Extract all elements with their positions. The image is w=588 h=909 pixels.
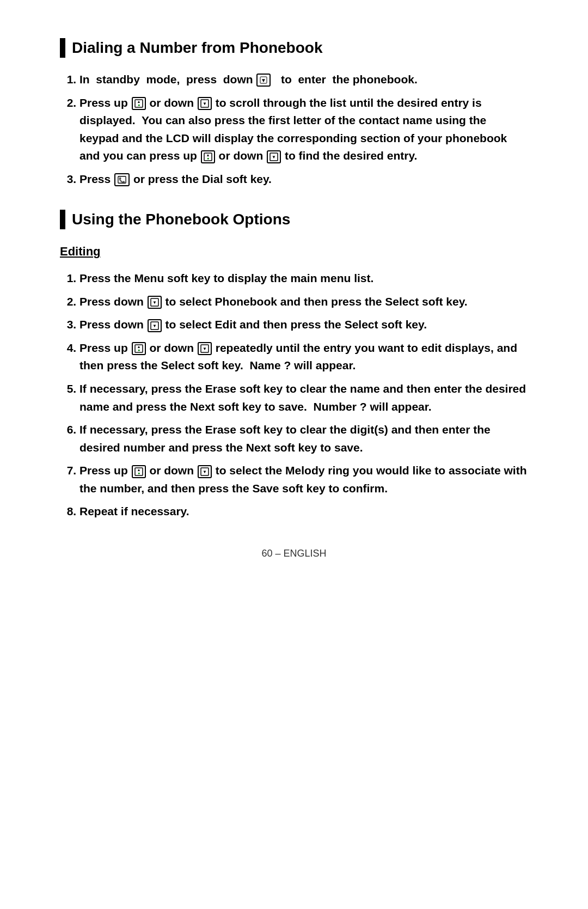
section2-title: Using the Phonebook Options — [60, 210, 528, 229]
list-item: Press down ▼ to select Phonebook and the… — [79, 293, 528, 311]
list-item: Press up ▲● or down ▼ repeatedly until t… — [79, 339, 528, 375]
section1-list: In standby mode, press down ▼ to enter t… — [60, 71, 528, 188]
phone-key-icon: 📞 — [114, 173, 130, 186]
list-item: If necessary, press the Erase soft key t… — [79, 380, 528, 416]
svg-text:▼: ▼ — [261, 77, 266, 83]
subsection-editing-title: Editing — [60, 245, 528, 259]
svg-text:▼: ▼ — [152, 300, 157, 305]
svg-text:📞: 📞 — [119, 176, 126, 184]
svg-text:●: ● — [137, 471, 139, 475]
svg-text:●: ● — [137, 103, 139, 107]
down-key-icon-4: ▼ — [148, 296, 162, 309]
page-footer: 60 – ENGLISH — [60, 526, 528, 559]
section2-marker — [60, 210, 65, 229]
page-content: Dialing a Number from Phonebook In stand… — [60, 0, 528, 592]
list-item: If necessary, press the Erase soft key t… — [79, 421, 528, 456]
up-key-icon-4: ▲● — [132, 465, 146, 478]
up-key-icon-2: ▲● — [201, 150, 215, 163]
list-item: Repeat if necessary. — [79, 503, 528, 521]
list-item: Press the Menu soft key to display the m… — [79, 270, 528, 288]
section1-title: Dialing a Number from Phonebook — [60, 38, 528, 58]
list-item: Press up ▲● or down ▼ to select the Melo… — [79, 462, 528, 497]
up-key-icon-3: ▲● — [132, 342, 146, 355]
svg-text:▼: ▼ — [272, 155, 276, 160]
list-item: Press down ▼ to select Edit and then pre… — [79, 316, 528, 334]
down-key-icon: ▼ — [256, 74, 271, 87]
list-item: Press up ▲● or down ▼ to scroll through … — [79, 94, 528, 165]
section1-marker — [60, 38, 65, 58]
svg-text:▼: ▼ — [203, 346, 207, 351]
svg-text:▼: ▼ — [152, 324, 157, 328]
down-key-icon-3: ▼ — [267, 150, 281, 163]
down-key-icon-2: ▼ — [198, 97, 212, 110]
up-key-icon: ▲● — [132, 97, 146, 110]
section2-list: Press the Menu soft key to display the m… — [60, 270, 528, 521]
list-item: Press 📞 or press the Dial soft key. — [79, 170, 528, 188]
down-key-icon-5: ▼ — [148, 319, 162, 332]
svg-text:●: ● — [137, 348, 139, 352]
down-key-icon-6: ▼ — [198, 342, 212, 355]
svg-text:▼: ▼ — [203, 469, 207, 474]
svg-text:▼: ▼ — [203, 101, 207, 106]
svg-text:●: ● — [207, 156, 209, 160]
down-key-icon-7: ▼ — [198, 465, 212, 478]
list-item: In standby mode, press down ▼ to enter t… — [79, 71, 528, 89]
